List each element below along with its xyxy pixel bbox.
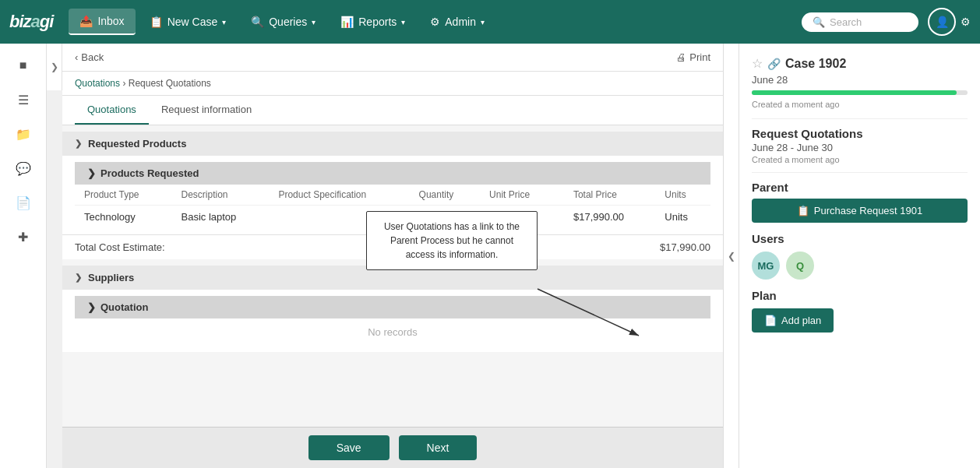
case-link-icon: 🔗 bbox=[767, 58, 781, 70]
sidebar-icons: ■ ☰ 📁 💬 📄 ✚ bbox=[0, 44, 47, 468]
total-label: Total Cost Estimate: bbox=[75, 241, 165, 253]
sidebar-collapse-left[interactable]: ❯ bbox=[47, 44, 62, 90]
col-quantity: Quantity bbox=[410, 185, 481, 206]
breadcrumb-current: Request Quotations bbox=[129, 78, 211, 89]
col-product-type: Product Type bbox=[75, 185, 172, 206]
tooltip-arrow bbox=[530, 281, 654, 343]
tab-quotations[interactable]: Quotations bbox=[75, 96, 149, 125]
search-placeholder: Search bbox=[830, 16, 862, 28]
users-label: Users bbox=[752, 232, 968, 245]
section-header-products[interactable]: ❯ Requested Products bbox=[62, 132, 723, 156]
task-created-label: Created a moment ago bbox=[752, 155, 968, 164]
app-logo: bizagi bbox=[9, 12, 53, 32]
sidebar-icon-dashboard[interactable]: ■ bbox=[8, 50, 39, 81]
breadcrumb-parent[interactable]: Quotations bbox=[75, 78, 120, 89]
user-chip-q[interactable]: Q bbox=[786, 252, 814, 280]
case-title-row: ☆ 🔗 Case 1902 bbox=[752, 56, 968, 71]
panel-header: ‹ Back 🖨 Print bbox=[62, 44, 723, 72]
sidebar-icon-folder[interactable]: 📁 bbox=[8, 118, 39, 150]
settings-icon[interactable]: ⚙ bbox=[961, 16, 971, 28]
new-case-icon: 📋 bbox=[150, 16, 163, 28]
case-date: June 28 bbox=[752, 74, 968, 86]
col-unit-price: Unit Price bbox=[480, 185, 564, 206]
print-button[interactable]: 🖨 Print bbox=[676, 51, 710, 63]
case-created-label: Created a moment ago bbox=[752, 100, 968, 109]
sidebar-icon-case[interactable]: 📄 bbox=[8, 187, 39, 218]
search-icon: 🔍 bbox=[813, 16, 825, 28]
subsection-chevron-icon: ❯ bbox=[87, 167, 96, 179]
inbox-icon: 📤 bbox=[79, 15, 93, 27]
cell-units: Units bbox=[655, 206, 710, 229]
add-plan-icon: 📄 bbox=[764, 315, 777, 326]
progress-bar-fill bbox=[752, 90, 957, 95]
print-icon: 🖨 bbox=[676, 51, 686, 63]
nav-queries[interactable]: 🔍 Queries ▾ bbox=[240, 9, 326, 34]
tab-request-info[interactable]: Request information bbox=[149, 96, 264, 125]
tooltip-box: User Quotations has a link to the Parent… bbox=[366, 211, 538, 270]
main-panel: ‹ Back 🖨 Print Quotations › Request Quot… bbox=[62, 44, 723, 468]
top-navigation: bizagi 📤 Inbox 📋 New Case ▾ 🔍 Queries ▾ … bbox=[0, 0, 980, 44]
case-title: Case 1902 bbox=[785, 57, 846, 71]
subsection-quotation-chevron-icon: ❯ bbox=[87, 301, 96, 313]
right-panel-collapse[interactable]: ❮ bbox=[723, 44, 739, 468]
next-button[interactable]: Next bbox=[399, 435, 478, 460]
progress-bar bbox=[752, 90, 968, 95]
col-specification: Product Specification bbox=[269, 185, 409, 206]
reports-caret: ▾ bbox=[401, 18, 405, 26]
parent-case-button[interactable]: 📋 Purchase Request 1901 bbox=[752, 199, 968, 223]
reports-icon: 📊 bbox=[340, 16, 354, 28]
queries-icon: 🔍 bbox=[251, 16, 264, 28]
divider-1 bbox=[752, 118, 968, 119]
nav-reports[interactable]: 📊 Reports ▾ bbox=[330, 9, 416, 34]
col-description: Description bbox=[172, 185, 270, 206]
nav-admin[interactable]: ⚙ Admin ▾ bbox=[419, 9, 495, 34]
right-panel: ☆ 🔗 Case 1902 June 28 Created a moment a… bbox=[739, 44, 980, 468]
user-avatar[interactable]: 👤 bbox=[928, 8, 956, 36]
save-button[interactable]: Save bbox=[308, 435, 390, 460]
col-units: Units bbox=[655, 185, 710, 206]
admin-icon: ⚙ bbox=[430, 16, 440, 28]
cell-total-price: $17,990.00 bbox=[564, 206, 655, 229]
tabs-row: Quotations Request information bbox=[62, 96, 723, 125]
nav-new-case[interactable]: 📋 New Case ▾ bbox=[139, 9, 238, 34]
breadcrumb-separator: › bbox=[122, 78, 128, 89]
task-title: Request Quotations bbox=[752, 127, 968, 140]
breadcrumb: Quotations › Request Quotations bbox=[62, 72, 723, 96]
panel-body: ❯ Requested Products ❯ Products Requeste… bbox=[62, 125, 723, 427]
star-icon[interactable]: ☆ bbox=[752, 56, 763, 71]
sidebar-icon-list[interactable]: ☰ bbox=[8, 84, 39, 115]
task-date-range: June 28 - June 30 bbox=[752, 142, 968, 153]
divider-2 bbox=[752, 172, 968, 173]
back-button[interactable]: ‹ Back bbox=[75, 51, 104, 63]
subsection-header-products: ❯ Products Requested bbox=[75, 162, 710, 185]
back-icon: ‹ bbox=[75, 51, 78, 63]
col-total-price: Total Price bbox=[564, 185, 655, 206]
plan-label: Plan bbox=[752, 289, 968, 302]
chevron-down-icon: ❯ bbox=[75, 139, 82, 149]
queries-caret: ▾ bbox=[312, 18, 316, 26]
admin-caret: ▾ bbox=[481, 18, 485, 26]
users-row: MG Q bbox=[752, 252, 968, 280]
cell-product-type: Technology bbox=[75, 206, 172, 229]
nav-inbox[interactable]: 📤 Inbox bbox=[69, 9, 135, 35]
parent-label: Parent bbox=[752, 181, 968, 194]
sidebar-icon-chat[interactable]: 💬 bbox=[8, 153, 39, 184]
bottom-bar: Save Next bbox=[62, 427, 723, 468]
add-plan-button[interactable]: 📄 Add plan bbox=[752, 308, 834, 333]
cell-description: Basic laptop bbox=[172, 206, 270, 229]
svg-line-1 bbox=[538, 289, 639, 336]
total-value: $17,990.00 bbox=[660, 241, 710, 253]
chevron-suppliers-icon: ❯ bbox=[75, 273, 82, 283]
new-case-caret: ▾ bbox=[222, 18, 226, 26]
parent-case-icon: 📋 bbox=[797, 205, 809, 216]
search-box[interactable]: 🔍 Search bbox=[802, 12, 918, 32]
sidebar-icon-network[interactable]: ✚ bbox=[8, 221, 39, 252]
user-chip-mg[interactable]: MG bbox=[752, 252, 780, 280]
